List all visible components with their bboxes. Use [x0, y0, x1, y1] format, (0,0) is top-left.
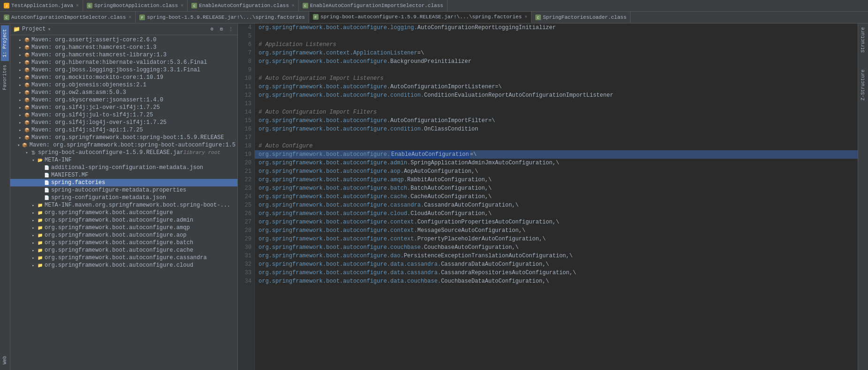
tree-item-objenesis[interactable]: 📦 Maven: org.objenesis:objenesis:2.1 — [10, 81, 237, 89]
tree-item-autoconfigure-cassandra[interactable]: 📁 org.springframework.boot.autoconfigure… — [10, 254, 237, 262]
tab-testapp[interactable]: J TestApplication.java × — [0, 0, 83, 11]
tree-item-spring-autoconfigure-meta[interactable]: 📄 spring-autoconfigure-metadata.properti… — [10, 186, 237, 194]
tab-autoimportselector[interactable]: C AutoConfigurationImportSelector.class … — [0, 12, 136, 23]
tree-item-spring-boot-auto-jar[interactable]: 🗜 spring-boot-autoconfigure-1.5.9.RELEAS… — [10, 149, 237, 156]
tree-item-manifest[interactable]: 📄 MANIFEST.MF — [10, 171, 237, 179]
tree-arrow-hibernate[interactable] — [17, 60, 23, 65]
tab-enableauto-close[interactable]: × — [292, 3, 295, 8]
tree-item-spring-boot-auto[interactable]: 📦 Maven: org.springframework.boot:spring… — [10, 141, 237, 149]
sidebar-toolbar: ⚙ ⊞ ⋮ — [208, 25, 235, 33]
tab-autoimportselector-close[interactable]: × — [129, 15, 131, 20]
v-tab-structure[interactable]: Structure — [859, 23, 867, 56]
tree-item-spring-config-meta[interactable]: 📄 spring-configuration-metadata.json — [10, 194, 237, 201]
tree-item-slf4j-api[interactable]: 📦 Maven: org.slf4j:slf4j-api:1.7.25 — [10, 126, 237, 134]
tree-arrow-slf4j-log4j[interactable] — [17, 120, 23, 125]
tree-item-assertj[interactable]: 📦 Maven: org.assertj:assertj-core:2.6.0 — [10, 36, 237, 44]
tab-spring-factories-jar[interactable]: F spring-boot-1.5.9.RELEASE.jar!\...\spr… — [136, 12, 309, 23]
tree-arrow-jsonassert[interactable] — [17, 98, 23, 103]
sidebar-settings-icon[interactable]: ⚙ — [208, 25, 216, 33]
tree-item-jboss[interactable]: 📦 Maven: org.jboss.logging:jboss-logging… — [10, 66, 237, 74]
tree-arrow-spring-boot[interactable] — [17, 135, 23, 140]
tree-item-autoconfigure-batch[interactable]: 📁 org.springframework.boot.autoconfigure… — [10, 239, 237, 247]
tree-arrow-objenesis[interactable] — [17, 83, 23, 88]
tree-arrow-spring-boot-auto[interactable] — [16, 143, 22, 148]
tree-arrow-autoconfigure-admin[interactable] — [30, 218, 37, 223]
tab-springfactoriesloader[interactable]: C SpringFactoriesLoader.class — [532, 12, 631, 23]
tree-item-autoconfigure-amqp[interactable]: 📁 org.springframework.boot.autoconfigure… — [10, 224, 237, 231]
code-line-9 — [255, 66, 858, 74]
tree-arrow-jboss[interactable] — [17, 68, 23, 73]
tree-arrow-meta-inf[interactable] — [30, 158, 37, 163]
tree-arrow-slf4j-api[interactable] — [17, 128, 23, 133]
line-num-34: 34 — [238, 277, 254, 285]
tree-item-spring-factories[interactable]: 📄 spring.factories — [10, 179, 237, 186]
line-num-13: 13 — [238, 100, 254, 108]
jar-icon-slf4j-jcl: 📦 — [23, 105, 30, 110]
tree-item-slf4j-jcl[interactable]: 📦 Maven: org.slf4j:jcl-over-slf4j:1.7.25 — [10, 104, 237, 111]
jar-icon-jsonassert: 📦 — [23, 97, 30, 103]
left-tab-project[interactable]: 1: Project — [1, 25, 9, 61]
tab-enableauto[interactable]: C EnableAutoConfiguration.class × — [188, 0, 298, 11]
code-line-7: org.springframework.context.ApplicationL… — [255, 49, 858, 57]
sidebar-dropdown-icon[interactable]: ▾ — [47, 26, 51, 33]
tree-arrow-slf4j-jcl[interactable] — [17, 105, 23, 110]
tree-label-mockito: Maven: org.mockito:mockito-core:1.10.19 — [31, 74, 163, 81]
tree-arrow-spring-boot-auto-jar[interactable] — [23, 150, 30, 155]
tree-item-jsonassert[interactable]: 📦 Maven: org.skyscreamer:jsonassert:1.4.… — [10, 96, 237, 104]
tree-arrow-slf4j-jul[interactable] — [17, 113, 23, 118]
tab-spring-factories-close[interactable]: × — [525, 15, 527, 20]
tree-item-autoconfigure-cache[interactable]: 📁 org.springframework.boot.autoconfigure… — [10, 247, 237, 254]
left-tab-web[interactable]: Web — [1, 352, 9, 368]
sidebar-options-icon[interactable]: ⋮ — [227, 25, 235, 33]
tree-arrow-hamcrest2[interactable] — [17, 53, 23, 58]
tree-arrow-hamcrest1[interactable] — [17, 45, 23, 50]
tree-arrow-autoconfigure-cassandra[interactable] — [30, 255, 37, 261]
line-num-32: 32 — [238, 260, 254, 269]
line-num-18: 18 — [238, 142, 254, 150]
tree-arrow-autoconfigure-aop[interactable] — [30, 233, 37, 238]
tab-testapp-close[interactable]: × — [76, 3, 79, 8]
tree-item-additional-spring[interactable]: 📄 additional-spring-configuration-metada… — [10, 164, 237, 171]
tree-item-autoconfigure-cloud[interactable]: 📁 org.springframework.boot.autoconfigure… — [10, 262, 237, 269]
tree-arrow-autoconfigure-pkg[interactable] — [30, 210, 37, 216]
v-tab-z-structure[interactable]: Z-Structure — [859, 66, 867, 104]
tree-arrow-assertj[interactable] — [17, 38, 23, 43]
tree-item-ow2[interactable]: 📦 Maven: org.ow2.asm:asm:5.0.3 — [10, 89, 237, 96]
tree-arrow-autoconfigure-batch[interactable] — [30, 240, 37, 246]
tree-item-autoconfigure-aop[interactable]: 📁 org.springframework.boot.autoconfigure… — [10, 231, 237, 239]
tree-item-autoconfigure-admin[interactable]: 📁 org.springframework.boot.autoconfigure… — [10, 216, 237, 224]
tree-item-slf4j-jul[interactable]: 📦 Maven: org.slf4j:jul-to-slf4j:1.7.25 — [10, 111, 237, 119]
jar-icon-slf4j-log4j: 📦 — [23, 120, 30, 125]
tree-arrow-autoconfigure-amqp[interactable] — [30, 225, 37, 231]
tree-label-meta-inf-maven: META-INF.maven.org.springframework.boot.… — [45, 202, 230, 208]
java-file-icon: J — [4, 3, 9, 8]
sidebar-layout-icon[interactable]: ⊞ — [218, 25, 225, 33]
tab-enableautoimport[interactable]: C EnableAutoConfigurationImportSelector.… — [299, 0, 448, 11]
line-num-8: 8 — [238, 57, 254, 66]
code-line-31: org.springframework.boot.autoconfigure.d… — [255, 252, 858, 260]
tree-label-ow2: Maven: org.ow2.asm:asm:5.0.3 — [31, 89, 126, 96]
folder-icon-autoconfigure-admin: 📁 — [37, 217, 43, 223]
tree-arrow-mockito[interactable] — [17, 75, 23, 80]
tree-arrow-autoconfigure-cache[interactable] — [30, 248, 37, 253]
tree-item-slf4j-log4j[interactable]: 📦 Maven: org.slf4j:log4j-over-slf4j:1.7.… — [10, 119, 237, 126]
tree-arrow-autoconfigure-cloud[interactable] — [30, 263, 37, 268]
tree-item-meta-inf[interactable]: 📂 META-INF — [10, 156, 237, 164]
tree-label-autoconfigure-aop: org.springframework.boot.autoconfigure.a… — [45, 232, 186, 239]
tree-item-hibernate[interactable]: 📦 Maven: org.hibernate:hibernate-validat… — [10, 59, 237, 66]
tree-item-hamcrest2[interactable]: 📦 Maven: org.hamcrest:hamcrest-library:1… — [10, 51, 237, 59]
class-file-icon4: C — [4, 15, 9, 20]
tree-arrow-meta-inf-maven[interactable] — [30, 203, 37, 208]
code-line-33: org.springframework.boot.autoconfigure.d… — [255, 269, 858, 277]
tree-item-autoconfigure-pkg[interactable]: 📁 org.springframework.boot.autoconfigure — [10, 209, 237, 216]
tree-item-hamcrest1[interactable]: 📦 Maven: org.hamcrest:hamcrest-core:1.3 — [10, 44, 237, 51]
tree-arrow-ow2[interactable] — [17, 90, 23, 95]
tab-spring-factories-active[interactable]: F spring-boot-autoconfigure-1.5.9.RELEAS… — [309, 12, 532, 23]
tab-springboot-close[interactable]: × — [181, 3, 183, 8]
tab-springboot[interactable]: C SpringBootApplication.class × — [83, 0, 188, 11]
tree-item-meta-inf-maven[interactable]: 📁 META-INF.maven.org.springframework.boo… — [10, 201, 237, 209]
tree-label-spring-boot: Maven: org.springframework.boot:spring-b… — [31, 134, 224, 141]
tree-item-mockito[interactable]: 📦 Maven: org.mockito:mockito-core:1.10.1… — [10, 74, 237, 81]
tree-item-spring-boot[interactable]: 📦 Maven: org.springframework.boot:spring… — [10, 134, 237, 141]
left-tab-favorites[interactable]: Favorites — [1, 61, 9, 94]
